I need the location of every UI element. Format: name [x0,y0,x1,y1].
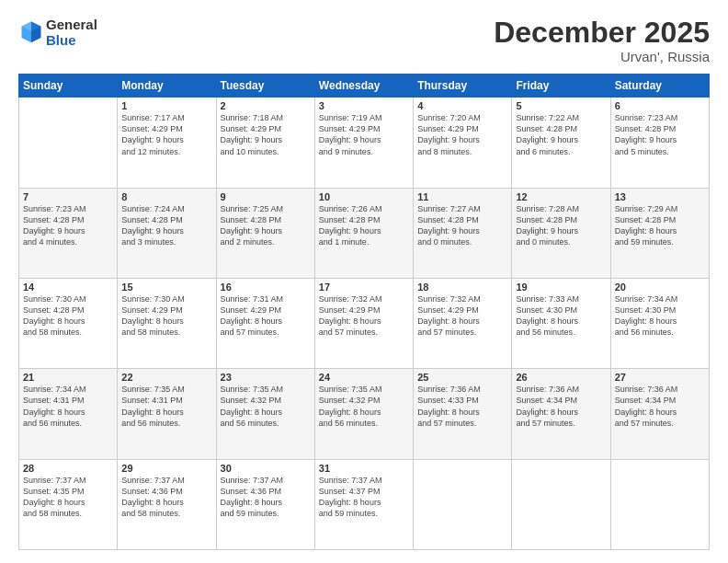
calendar-cell: 23Sunrise: 7:35 AM Sunset: 4:32 PM Dayli… [216,369,314,459]
day-header-sunday: Sunday [19,75,118,98]
calendar-cell: 7Sunrise: 7:23 AM Sunset: 4:28 PM Daylig… [19,188,118,278]
calendar-cell: 18Sunrise: 7:32 AM Sunset: 4:29 PM Dayli… [414,278,512,368]
calendar-cell [512,459,610,549]
calendar-table: SundayMondayTuesdayWednesdayThursdayFrid… [18,74,710,550]
day-number: 27 [615,372,705,383]
day-number: 24 [319,372,409,383]
day-header-saturday: Saturday [610,75,709,98]
calendar-cell: 26Sunrise: 7:36 AM Sunset: 4:34 PM Dayli… [512,369,610,459]
day-number: 8 [121,191,211,202]
calendar-cell [610,459,709,549]
day-info: Sunrise: 7:17 AM Sunset: 4:29 PM Dayligh… [121,112,211,157]
day-number: 17 [319,282,409,293]
calendar-cell: 17Sunrise: 7:32 AM Sunset: 4:29 PM Dayli… [314,278,413,368]
day-header-tuesday: Tuesday [216,75,314,98]
day-info: Sunrise: 7:28 AM Sunset: 4:28 PM Dayligh… [516,203,606,248]
day-info: Sunrise: 7:30 AM Sunset: 4:28 PM Dayligh… [23,293,113,339]
calendar-cell: 8Sunrise: 7:24 AM Sunset: 4:28 PM Daylig… [118,188,216,278]
day-number: 12 [516,191,606,202]
day-number: 2 [221,100,311,111]
day-number: 9 [221,191,311,202]
day-number: 6 [615,100,705,111]
calendar-cell: 5Sunrise: 7:22 AM Sunset: 4:28 PM Daylig… [512,98,610,188]
logo-icon [18,18,44,44]
day-number: 18 [417,282,507,293]
day-info: Sunrise: 7:36 AM Sunset: 4:33 PM Dayligh… [417,384,507,429]
day-info: Sunrise: 7:37 AM Sunset: 4:35 PM Dayligh… [23,475,113,520]
calendar-cell: 28Sunrise: 7:37 AM Sunset: 4:35 PM Dayli… [19,459,118,549]
day-info: Sunrise: 7:35 AM Sunset: 4:32 PM Dayligh… [319,384,409,429]
day-number: 29 [121,463,211,474]
day-header-thursday: Thursday [414,75,512,98]
calendar-cell: 6Sunrise: 7:23 AM Sunset: 4:28 PM Daylig… [610,98,709,188]
calendar-cell: 21Sunrise: 7:34 AM Sunset: 4:31 PM Dayli… [19,369,118,459]
calendar-cell: 14Sunrise: 7:30 AM Sunset: 4:28 PM Dayli… [19,278,118,368]
header: General Blue December 2025 Urvan', Russi… [18,17,710,64]
calendar-cell: 30Sunrise: 7:37 AM Sunset: 4:36 PM Dayli… [216,459,314,549]
calendar-cell: 19Sunrise: 7:33 AM Sunset: 4:30 PM Dayli… [512,278,610,368]
day-number: 30 [221,463,311,474]
day-header-friday: Friday [512,75,610,98]
calendar-cell: 22Sunrise: 7:35 AM Sunset: 4:31 PM Dayli… [118,369,216,459]
calendar-cell [414,459,512,549]
calendar-cell: 27Sunrise: 7:36 AM Sunset: 4:34 PM Dayli… [610,369,709,459]
calendar-cell: 13Sunrise: 7:29 AM Sunset: 4:28 PM Dayli… [610,188,709,278]
day-info: Sunrise: 7:33 AM Sunset: 4:30 PM Dayligh… [516,293,606,339]
calendar-cell: 4Sunrise: 7:20 AM Sunset: 4:29 PM Daylig… [414,98,512,188]
page: General Blue December 2025 Urvan', Russi… [0,0,728,563]
day-number: 13 [615,191,705,202]
day-info: Sunrise: 7:27 AM Sunset: 4:28 PM Dayligh… [417,203,507,248]
day-info: Sunrise: 7:18 AM Sunset: 4:29 PM Dayligh… [221,112,311,157]
calendar-cell: 25Sunrise: 7:36 AM Sunset: 4:33 PM Dayli… [414,369,512,459]
day-info: Sunrise: 7:29 AM Sunset: 4:28 PM Dayligh… [615,203,705,248]
calendar-week-row: 7Sunrise: 7:23 AM Sunset: 4:28 PM Daylig… [19,188,710,278]
day-info: Sunrise: 7:36 AM Sunset: 4:34 PM Dayligh… [516,384,606,429]
day-info: Sunrise: 7:36 AM Sunset: 4:34 PM Dayligh… [615,384,705,429]
day-number: 5 [516,100,606,111]
calendar-cell: 12Sunrise: 7:28 AM Sunset: 4:28 PM Dayli… [512,188,610,278]
calendar-cell: 10Sunrise: 7:26 AM Sunset: 4:28 PM Dayli… [314,188,413,278]
day-number: 7 [23,191,113,202]
calendar-cell: 11Sunrise: 7:27 AM Sunset: 4:28 PM Dayli… [414,188,512,278]
day-info: Sunrise: 7:22 AM Sunset: 4:28 PM Dayligh… [516,112,606,157]
calendar-week-row: 28Sunrise: 7:37 AM Sunset: 4:35 PM Dayli… [19,459,710,549]
day-number: 31 [319,463,409,474]
day-number: 28 [23,463,113,474]
day-number: 23 [221,372,311,383]
calendar-header-row: SundayMondayTuesdayWednesdayThursdayFrid… [19,75,710,98]
calendar-cell [19,98,118,188]
logo: General Blue [18,17,97,49]
calendar-cell: 9Sunrise: 7:25 AM Sunset: 4:28 PM Daylig… [216,188,314,278]
day-info: Sunrise: 7:37 AM Sunset: 4:36 PM Dayligh… [121,475,211,520]
day-number: 26 [516,372,606,383]
calendar-week-row: 1Sunrise: 7:17 AM Sunset: 4:29 PM Daylig… [19,98,710,188]
day-info: Sunrise: 7:25 AM Sunset: 4:28 PM Dayligh… [221,203,311,248]
day-info: Sunrise: 7:35 AM Sunset: 4:31 PM Dayligh… [121,384,211,429]
day-info: Sunrise: 7:34 AM Sunset: 4:31 PM Dayligh… [23,384,113,429]
day-info: Sunrise: 7:23 AM Sunset: 4:28 PM Dayligh… [615,112,705,157]
day-number: 14 [23,282,113,293]
day-number: 16 [221,282,311,293]
day-info: Sunrise: 7:23 AM Sunset: 4:28 PM Dayligh… [23,203,113,248]
day-number: 1 [121,100,211,111]
day-info: Sunrise: 7:35 AM Sunset: 4:32 PM Dayligh… [221,384,311,429]
calendar-cell: 1Sunrise: 7:17 AM Sunset: 4:29 PM Daylig… [118,98,216,188]
title-block: December 2025 Urvan', Russia [494,17,710,64]
calendar-cell: 20Sunrise: 7:34 AM Sunset: 4:30 PM Dayli… [610,278,709,368]
calendar-cell: 29Sunrise: 7:37 AM Sunset: 4:36 PM Dayli… [118,459,216,549]
calendar-cell: 15Sunrise: 7:30 AM Sunset: 4:29 PM Dayli… [118,278,216,368]
day-number: 15 [121,282,211,293]
logo-text-line2: Blue [46,32,97,48]
calendar-week-row: 14Sunrise: 7:30 AM Sunset: 4:28 PM Dayli… [19,278,710,368]
day-number: 3 [319,100,409,111]
day-number: 4 [417,100,507,111]
calendar-cell: 16Sunrise: 7:31 AM Sunset: 4:29 PM Dayli… [216,278,314,368]
day-info: Sunrise: 7:30 AM Sunset: 4:29 PM Dayligh… [121,293,211,339]
calendar-title: December 2025 [494,17,710,49]
logo-text-line1: General [46,17,97,32]
day-info: Sunrise: 7:37 AM Sunset: 4:36 PM Dayligh… [221,475,311,520]
calendar-week-row: 21Sunrise: 7:34 AM Sunset: 4:31 PM Dayli… [19,369,710,459]
day-number: 19 [516,282,606,293]
day-info: Sunrise: 7:26 AM Sunset: 4:28 PM Dayligh… [319,203,409,248]
calendar-cell: 24Sunrise: 7:35 AM Sunset: 4:32 PM Dayli… [314,369,413,459]
